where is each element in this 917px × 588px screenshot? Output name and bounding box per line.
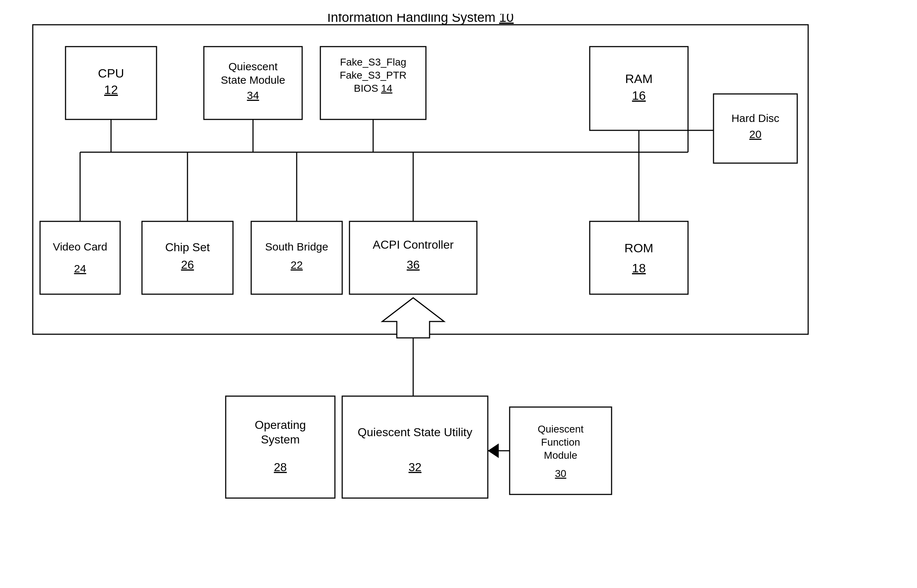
video-card-box xyxy=(40,221,120,294)
rom-box xyxy=(590,221,688,294)
acpi-label: ACPI Controller xyxy=(372,238,454,251)
os-num: 28 xyxy=(274,460,287,474)
bios-label1: Fake_S3_Flag xyxy=(340,57,406,68)
acpi-num: 36 xyxy=(407,258,420,271)
hard-disc-label: Hard Disc xyxy=(731,112,780,124)
qfm-num: 30 xyxy=(555,468,566,479)
rom-num: 18 xyxy=(632,261,646,275)
chip-set-label: Chip Set xyxy=(165,241,210,254)
qfm-label1: Quiescent xyxy=(537,423,583,435)
acpi-controller-box xyxy=(349,221,477,294)
rom-label: ROM xyxy=(624,241,653,255)
quiescent-state-label1: Quiescent xyxy=(228,60,278,73)
ram-num: 16 xyxy=(632,89,646,102)
south-bridge-num: 22 xyxy=(291,259,302,271)
os-label2: System xyxy=(261,433,300,446)
chip-set-num: 26 xyxy=(181,258,194,271)
qfm-label2: Function xyxy=(541,436,580,448)
diagram-container: Information Handling System 10 CPU 12 Qu… xyxy=(22,14,896,575)
bios-label2: Fake_S3_PTR xyxy=(340,69,407,81)
bios-label3: BIOS 14 xyxy=(354,82,392,94)
os-label1: Operating xyxy=(255,418,306,431)
main-diagram-svg: Information Handling System 10 CPU 12 Qu… xyxy=(22,14,823,575)
os-box xyxy=(226,396,335,498)
cpu-label: CPU xyxy=(98,66,124,80)
qsu-num: 32 xyxy=(408,460,421,474)
south-bridge-label1: South Bridge xyxy=(265,241,328,253)
chip-set-box xyxy=(142,221,233,294)
ram-label: RAM xyxy=(625,72,653,86)
quiescent-state-num: 34 xyxy=(247,89,259,101)
qsu-label: Quiescent State Utility xyxy=(357,426,472,439)
system-title: Information Handling System 10 xyxy=(327,14,513,25)
video-card-num: 24 xyxy=(74,263,86,275)
south-bridge-box xyxy=(251,221,342,294)
qfm-label3: Module xyxy=(544,450,577,461)
quiescent-state-label2: State Module xyxy=(221,74,285,86)
cpu-num: 12 xyxy=(104,82,118,97)
qsu-box xyxy=(342,396,488,498)
video-card-label1: Video Card xyxy=(53,241,107,253)
qfm-to-qsu-arrowhead xyxy=(488,443,499,458)
hard-disc-num: 20 xyxy=(749,128,761,140)
